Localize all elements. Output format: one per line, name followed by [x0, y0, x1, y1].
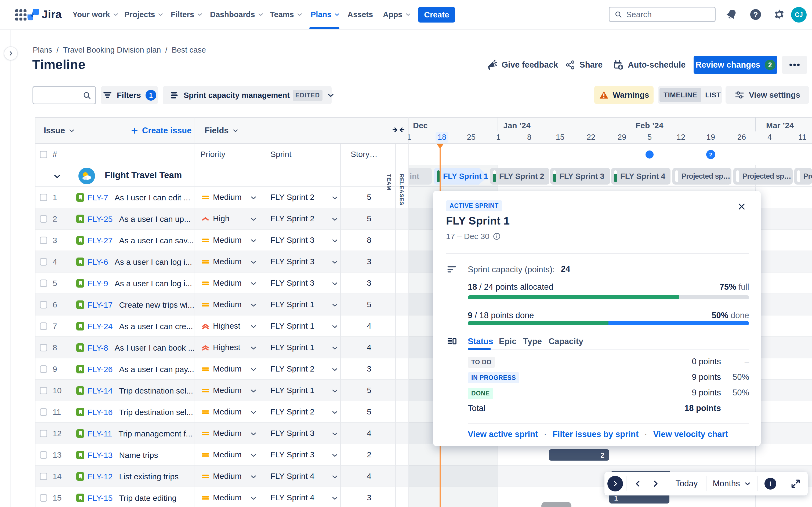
svg-text:?: ?	[753, 10, 758, 19]
